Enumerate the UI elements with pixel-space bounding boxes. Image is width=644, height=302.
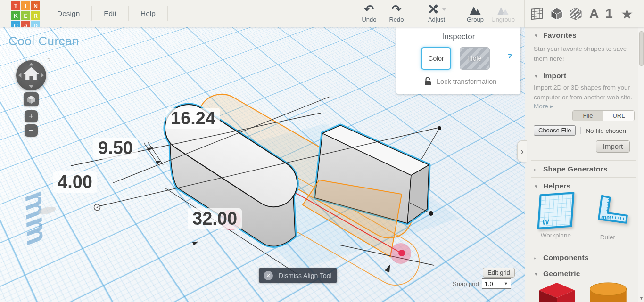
section-components[interactable]: ▸ Components — [534, 253, 589, 262]
main-menu: Design Edit Help — [45, 0, 168, 27]
color-button[interactable]: Color — [421, 47, 451, 70]
choose-file-button[interactable]: Choose File — [534, 125, 576, 136]
section-import[interactable]: ▼ Import — [534, 72, 566, 80]
logo-tile: C — [11, 21, 20, 27]
helper-ruler[interactable]: mm Ruler — [586, 193, 629, 241]
hole-cube-icon[interactable] — [568, 6, 584, 22]
lock-transformation-label: Lock transformation — [437, 78, 496, 85]
logo-tile: D — [31, 21, 40, 27]
section-title: Components — [543, 253, 589, 262]
expand-triangle-icon: ▸ — [534, 167, 543, 172]
align-handle-dot — [398, 250, 405, 256]
hole-button[interactable]: Hole — [460, 47, 490, 70]
section-title: Geometric — [543, 269, 580, 278]
collapse-triangle-icon: ▼ — [534, 73, 543, 79]
file-status-text: No file chosen — [580, 127, 626, 134]
section-title: Favorites — [543, 31, 577, 40]
logo-tile: A — [21, 21, 30, 27]
divider — [531, 67, 636, 67]
ungroup-label: Ungroup — [488, 16, 518, 23]
section-title: Helpers — [543, 182, 570, 190]
favorite-star-icon[interactable]: ★ — [619, 6, 636, 22]
dimension-value[interactable]: 32.00 — [188, 208, 242, 229]
import-description: Import 2D or 3D shapes from your compute… — [534, 83, 635, 103]
dismiss-align-label: Dismiss Align Tool — [279, 272, 332, 279]
favorites-description: Star your favorite shapes to save them h… — [534, 44, 635, 64]
section-shape-generators[interactable]: ▸ Shape Generators — [534, 165, 608, 173]
menu-separator — [167, 6, 168, 21]
section-favorites[interactable]: ▼ Favorites — [534, 31, 577, 40]
dimension-value[interactable]: 16.24 — [166, 108, 220, 129]
snap-grid-select[interactable]: 1.0 ▼ — [482, 278, 511, 289]
shape-red-box[interactable] — [535, 281, 578, 302]
dimension-value[interactable]: 9.50 — [93, 138, 138, 159]
edit-grid-button[interactable]: Edit grid — [483, 268, 515, 278]
toggle-workplane-icon[interactable] — [530, 6, 546, 22]
adjust-tools-icon — [427, 3, 440, 15]
adjust-dropdown-caret[interactable] — [442, 8, 446, 11]
divider — [531, 160, 636, 161]
dimension-endpoint[interactable] — [438, 126, 441, 130]
logo-tile: K — [11, 11, 20, 20]
inspector-panel: Inspector Color Hole ? Lock transformati… — [396, 27, 520, 94]
shape-orange-cylinder[interactable] — [587, 282, 629, 302]
import-button[interactable]: Import — [596, 140, 630, 153]
snap-grid-control: Snap grid 1.0 ▼ — [453, 278, 511, 289]
divider — [531, 265, 636, 265]
tinkercad-app: T I N K E R C A D Design Edit Help ↶ Und… — [0, 0, 644, 302]
group-icon — [469, 5, 481, 15]
undo-label: Undo — [356, 16, 382, 23]
tab-url[interactable]: URL — [603, 111, 634, 121]
dimension-value[interactable]: 4.00 — [53, 171, 97, 193]
collapse-triangle-icon: ▼ — [534, 184, 543, 189]
divider — [531, 249, 636, 249]
logo-tile: I — [21, 1, 30, 10]
ruler-shadow — [38, 205, 57, 216]
dismiss-align-button[interactable]: ✕ — [264, 271, 273, 280]
section-geometric[interactable]: ▼ Geometric — [534, 269, 580, 278]
workplane-w-label: W — [542, 218, 549, 226]
adjust-button[interactable]: Adjust — [421, 2, 453, 23]
snap-grid-label: Snap grid — [453, 280, 479, 287]
menu-design[interactable]: Design — [45, 0, 91, 27]
lock-transformation-toggle[interactable]: Lock transformation — [424, 77, 496, 86]
tinkercad-logo[interactable]: T I N K E R C A D — [11, 1, 41, 27]
undo-button[interactable]: ↶ Undo — [356, 2, 382, 23]
tab-file[interactable]: File — [573, 111, 603, 121]
sidebar-scrollbar[interactable]: ▼ — [638, 27, 644, 302]
menu-edit[interactable]: Edit — [92, 0, 128, 27]
section-title: Shape Generators — [543, 165, 608, 173]
section-title: Import — [543, 72, 566, 80]
collapse-triangle-icon: ▼ — [534, 271, 543, 277]
shapes-sidebar: ▼ Favorites Star your favorite shapes to… — [525, 27, 644, 302]
logo-tile: E — [21, 11, 30, 20]
number-tool-icon[interactable]: 1 — [603, 6, 615, 22]
helper-workplane[interactable]: W Workplane — [535, 193, 577, 239]
inspector-help-button[interactable]: ? — [508, 52, 512, 60]
logo-tile: N — [31, 1, 40, 10]
ungroup-icon — [497, 5, 509, 15]
scroll-down-icon[interactable]: ▼ — [639, 296, 644, 301]
solid-cube-icon[interactable] — [549, 6, 565, 22]
helper-label: Ruler — [586, 234, 629, 241]
group-label: Group — [462, 16, 488, 23]
sidebar-expander-tab[interactable]: › — [517, 140, 527, 162]
redo-label: Redo — [383, 16, 410, 23]
logo-tile: R — [31, 11, 40, 20]
inspector-title: Inspector — [396, 32, 520, 41]
scrollbar-thumb[interactable] — [639, 31, 644, 66]
divider — [531, 177, 636, 178]
group-button[interactable]: Group — [462, 2, 488, 23]
redo-button[interactable]: ↷ Redo — [383, 2, 410, 23]
redo-icon: ↷ — [392, 3, 402, 15]
ruler-mm-label: mm — [601, 213, 612, 220]
dimension-endpoint[interactable] — [429, 211, 433, 216]
ruler-helper-icon: mm — [586, 193, 630, 230]
text-tool-icon[interactable]: A — [587, 6, 601, 22]
menu-help[interactable]: Help — [129, 0, 167, 27]
section-helpers[interactable]: ▼ Helpers — [534, 182, 570, 190]
expand-triangle-icon: ▸ — [534, 255, 543, 261]
import-tabs: File URL — [572, 110, 635, 121]
snap-grid-value: 1.0 — [485, 280, 493, 287]
logo-tile: T — [11, 1, 20, 10]
